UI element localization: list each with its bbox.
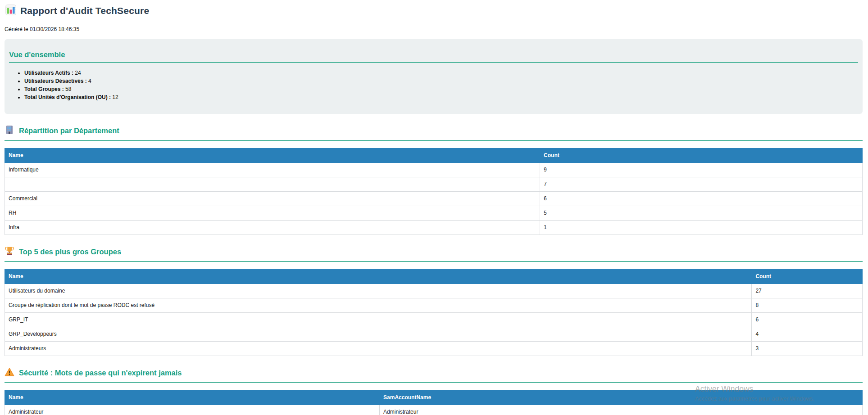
- overview-stat-item: Total Unités d'Organisation (OU) : 12: [24, 93, 858, 101]
- overview-heading: Vue d'ensemble: [9, 50, 858, 63]
- table-row: Commercial6: [5, 192, 863, 206]
- top-groups-table: NameCountUtilisateurs du domaine27Groupe…: [5, 269, 863, 356]
- warning-icon: [5, 367, 14, 379]
- overview-stat-item: Utilisateurs Désactivés : 4: [24, 77, 858, 85]
- table-cell: 4: [752, 327, 863, 342]
- table-cell: Administrateur: [5, 405, 380, 415]
- report-page: Rapport d'Audit TechSecure Généré le 01/…: [0, 0, 868, 415]
- section-heading-label: Répartition par Département: [19, 126, 119, 135]
- table-cell: Infra: [5, 221, 540, 235]
- section-heading-label: Top 5 des plus gros Groupes: [19, 248, 121, 256]
- column-header: Count: [752, 270, 863, 284]
- table-row: Infra1: [5, 221, 863, 235]
- table-cell: 6: [540, 192, 863, 206]
- column-header: Name: [5, 149, 540, 163]
- overview-stat-item: Total Groupes : 58: [24, 85, 858, 93]
- section-heading-security: Sécurité : Mots de passe qui n'expirent …: [5, 367, 863, 383]
- table-row: GRP_IT6: [5, 313, 863, 327]
- table-cell: 3: [752, 342, 863, 356]
- table-cell: 6: [752, 313, 863, 327]
- security-table: NameSamAccountNameAdministrateurAdminist…: [5, 390, 863, 415]
- office-building-icon: [5, 125, 14, 137]
- page-title: Rapport d'Audit TechSecure: [20, 5, 149, 16]
- overview-stats-list: Utilisateurs Actifs : 24Utilisateurs Dés…: [9, 69, 858, 101]
- table-row: RH5: [5, 206, 863, 221]
- table-row: AdministrateurAdministrateur: [5, 405, 863, 415]
- table-cell: 1: [540, 221, 863, 235]
- generated-timestamp: Généré le 01/30/2026 18:46:35: [5, 26, 863, 32]
- table-cell: [5, 177, 540, 192]
- column-header: Count: [540, 149, 863, 163]
- table-header-row: NameCount: [5, 270, 863, 284]
- table-cell: Informatique: [5, 163, 540, 177]
- table-row: 7: [5, 177, 863, 192]
- bar-chart-icon: [5, 5, 16, 17]
- table-cell: RH: [5, 206, 540, 221]
- overview-panel: Vue d'ensemble Utilisateurs Actifs : 24U…: [5, 39, 863, 114]
- table-row: GRP_Developpeurs4: [5, 327, 863, 342]
- table-row: Informatique9: [5, 163, 863, 177]
- table-cell: Groupe de réplication dont le mot de pas…: [5, 298, 752, 313]
- table-header-row: NameSamAccountName: [5, 391, 863, 405]
- table-row: Groupe de réplication dont le mot de pas…: [5, 298, 863, 313]
- table-cell: GRP_IT: [5, 313, 752, 327]
- table-cell: Commercial: [5, 192, 540, 206]
- section-top-groups: Top 5 des plus gros Groupes NameCountUti…: [5, 246, 863, 356]
- table-header-row: NameCount: [5, 149, 863, 163]
- overview-stat-item: Utilisateurs Actifs : 24: [24, 69, 858, 77]
- table-cell: 27: [752, 284, 863, 298]
- table-row: Administrateurs3: [5, 342, 863, 356]
- table-cell: 7: [540, 177, 863, 192]
- section-heading-label: Sécurité : Mots de passe qui n'expirent …: [19, 369, 182, 377]
- table-cell: Administrateur: [380, 405, 863, 415]
- table-row: Utilisateurs du domaine27: [5, 284, 863, 298]
- departments-table: NameCountInformatique9 7Commercial6RH5In…: [5, 148, 863, 235]
- section-departments: Répartition par Département NameCountInf…: [5, 125, 863, 235]
- column-header: SamAccountName: [380, 391, 863, 405]
- section-heading-departments: Répartition par Département: [5, 125, 863, 141]
- table-cell: 5: [540, 206, 863, 221]
- table-cell: Administrateurs: [5, 342, 752, 356]
- trophy-icon: [5, 246, 14, 258]
- table-cell: Utilisateurs du domaine: [5, 284, 752, 298]
- table-cell: 8: [752, 298, 863, 313]
- column-header: Name: [5, 391, 380, 405]
- report-title-row: Rapport d'Audit TechSecure: [5, 5, 863, 17]
- section-heading-top-groups: Top 5 des plus gros Groupes: [5, 246, 863, 262]
- column-header: Name: [5, 270, 752, 284]
- section-security: Sécurité : Mots de passe qui n'expirent …: [5, 367, 863, 415]
- table-cell: GRP_Developpeurs: [5, 327, 752, 342]
- table-cell: 9: [540, 163, 863, 177]
